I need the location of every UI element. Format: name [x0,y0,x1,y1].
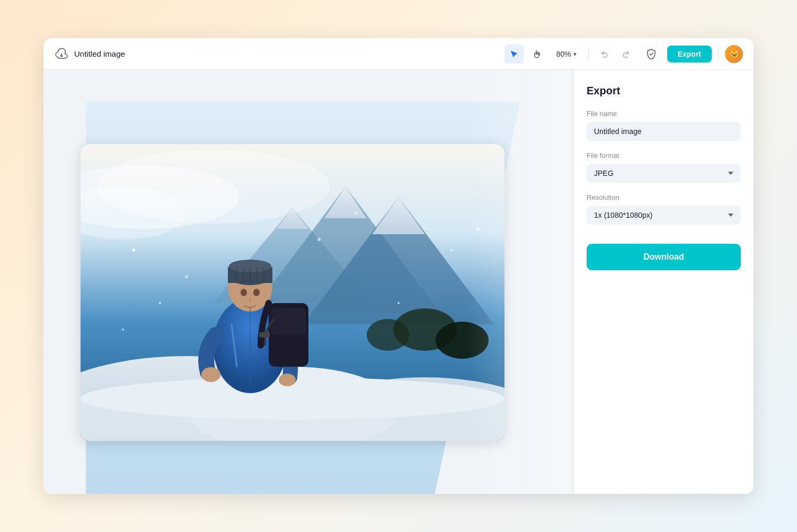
shield-button[interactable] [642,45,661,64]
file-format-label: File format [587,152,741,159]
svg-point-39 [355,212,357,214]
download-button[interactable]: Download [587,244,741,270]
resolution-group: Resolution 1x (1080*1080px) 2x (2160*216… [587,193,741,225]
svg-point-36 [132,249,135,252]
divider [588,48,589,60]
hand-tool-button[interactable] [528,45,547,64]
svg-point-41 [185,275,188,278]
svg-rect-35 [259,332,270,338]
file-name-group: File name [587,110,741,141]
image-container [81,144,504,441]
header-left: Untitled image [54,47,498,61]
redo-button[interactable] [616,45,635,64]
file-name-label: File name [587,110,741,118]
file-format-select-wrapper: JPEG PNG SVG PDF WebP [587,164,741,183]
svg-point-32 [279,374,296,386]
select-tool-button[interactable] [504,45,524,64]
resolution-select[interactable]: 1x (1080*1080px) 2x (2160*2160px) 0.5x (… [587,206,741,225]
canvas-area[interactable] [43,70,573,494]
svg-point-37 [175,223,177,225]
svg-point-40 [159,302,161,304]
resolution-select-wrapper: 1x (1080*1080px) 2x (2160*2160px) 0.5x (… [587,206,741,225]
main-content: Export File name File format JPEG PNG SV… [43,70,754,494]
main-image [81,144,504,441]
resolution-label: Resolution [587,193,741,201]
svg-point-43 [476,227,480,230]
zoom-chevron-icon: ▾ [573,50,577,58]
document-title: Untitled image [74,49,125,58]
header-separator [718,48,719,60]
header-right: Export 🐱 [642,45,743,64]
svg-point-44 [122,329,124,331]
svg-point-31 [201,367,220,382]
header-center: 80% ▾ [504,45,635,64]
cloud-icon [54,47,69,61]
file-name-input[interactable] [587,122,741,141]
svg-rect-34 [271,308,306,335]
undo-button[interactable] [595,45,614,64]
svg-point-45 [397,302,400,304]
zoom-control[interactable]: 80% ▾ [551,47,582,61]
svg-point-11 [436,322,489,359]
svg-point-12 [367,319,409,351]
app-window: Untitled image 80% ▾ [43,38,754,494]
file-format-select[interactable]: JPEG PNG SVG PDF WebP [587,164,741,183]
panel-title: Export [587,85,741,97]
svg-point-42 [450,249,453,251]
export-panel: Export File name File format JPEG PNG SV… [573,70,754,494]
header: Untitled image 80% ▾ [43,38,754,70]
svg-point-29 [253,289,260,296]
svg-point-38 [317,238,321,241]
avatar[interactable]: 🐱 [725,45,743,63]
svg-point-28 [241,289,247,296]
undo-redo-group [595,45,635,64]
zoom-level: 80% [556,50,571,58]
export-button[interactable]: Export [667,46,712,63]
file-format-group: File format JPEG PNG SVG PDF WebP [587,152,741,183]
